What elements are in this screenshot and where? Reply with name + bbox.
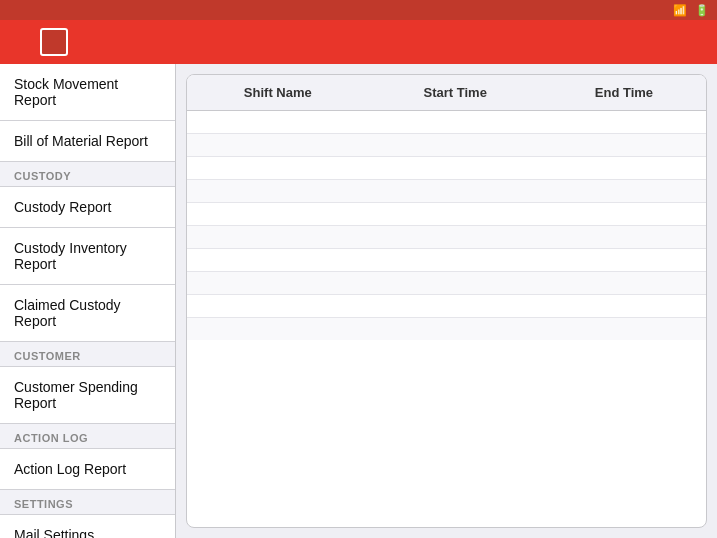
- sidebar-item-custody-inventory[interactable]: Custody Inventory Report: [0, 228, 175, 285]
- add-button[interactable]: [40, 28, 68, 56]
- sidebar-section-settings-header: SETTINGS: [0, 490, 175, 515]
- cell-end_time-7: [542, 272, 706, 295]
- cell-end_time-6: [542, 249, 706, 272]
- main-layout: Stock Movement ReportBill of Material Re…: [0, 64, 717, 538]
- col-header-start-time: Start Time: [369, 75, 542, 111]
- cell-start_time-0: [369, 111, 542, 134]
- cell-shift_name-5: [187, 226, 369, 249]
- sidebar-item-bill-of-material[interactable]: Bill of Material Report: [0, 121, 175, 162]
- col-header-shift-name: Shift Name: [187, 75, 369, 111]
- cell-shift_name-4: [187, 203, 369, 226]
- table-row[interactable]: [187, 157, 706, 180]
- cell-start_time-5: [369, 226, 542, 249]
- cell-end_time-2: [542, 157, 706, 180]
- cell-shift_name-2: [187, 157, 369, 180]
- cell-end_time-8: [542, 295, 706, 318]
- table-row[interactable]: [187, 111, 706, 134]
- status-bar: 📶 🔋: [0, 0, 717, 20]
- sidebar-item-stock-movement[interactable]: Stock Movement Report: [0, 64, 175, 121]
- sidebar-item-custody-report[interactable]: Custody Report: [0, 187, 175, 228]
- cell-shift_name-0: [187, 111, 369, 134]
- cell-start_time-9: [369, 318, 542, 341]
- wifi-icon: 📶: [673, 4, 687, 17]
- cell-start_time-1: [369, 134, 542, 157]
- table-body: [187, 111, 706, 341]
- shift-table-container: Shift NameStart TimeEnd Time: [186, 74, 707, 528]
- sidebar-item-mail-settings[interactable]: Mail Settings: [0, 515, 175, 538]
- cell-end_time-1: [542, 134, 706, 157]
- cell-start_time-6: [369, 249, 542, 272]
- shift-table: Shift NameStart TimeEnd Time: [187, 75, 706, 340]
- battery-icon: 🔋: [695, 4, 709, 17]
- cell-start_time-7: [369, 272, 542, 295]
- table-row[interactable]: [187, 272, 706, 295]
- col-header-end-time: End Time: [542, 75, 706, 111]
- table-row[interactable]: [187, 180, 706, 203]
- nav-bar: [0, 20, 717, 64]
- cell-start_time-3: [369, 180, 542, 203]
- sidebar-item-customer-spending[interactable]: Customer Spending Report: [0, 367, 175, 424]
- cell-start_time-8: [369, 295, 542, 318]
- sidebar-item-action-log[interactable]: Action Log Report: [0, 449, 175, 490]
- cell-shift_name-9: [187, 318, 369, 341]
- table-row[interactable]: [187, 226, 706, 249]
- sidebar-section-customer-header: CUSTOMER: [0, 342, 175, 367]
- cell-shift_name-3: [187, 180, 369, 203]
- sidebar-section-custody-header: CUSTODY: [0, 162, 175, 187]
- cell-shift_name-1: [187, 134, 369, 157]
- cell-end_time-4: [542, 203, 706, 226]
- cell-shift_name-8: [187, 295, 369, 318]
- sidebar-item-claimed-custody[interactable]: Claimed Custody Report: [0, 285, 175, 342]
- table-row[interactable]: [187, 134, 706, 157]
- cell-start_time-2: [369, 157, 542, 180]
- cell-end_time-9: [542, 318, 706, 341]
- cell-start_time-4: [369, 203, 542, 226]
- content-area: Shift NameStart TimeEnd Time: [176, 64, 717, 538]
- table-row[interactable]: [187, 203, 706, 226]
- table-header: Shift NameStart TimeEnd Time: [187, 75, 706, 111]
- table-row[interactable]: [187, 295, 706, 318]
- table-row[interactable]: [187, 318, 706, 341]
- sidebar: Stock Movement ReportBill of Material Re…: [0, 64, 176, 538]
- cell-end_time-3: [542, 180, 706, 203]
- table-header-row: Shift NameStart TimeEnd Time: [187, 75, 706, 111]
- sidebar-section-action-log-header: ACTION LOG: [0, 424, 175, 449]
- table-row[interactable]: [187, 249, 706, 272]
- cell-end_time-5: [542, 226, 706, 249]
- cell-end_time-0: [542, 111, 706, 134]
- cell-shift_name-6: [187, 249, 369, 272]
- cell-shift_name-7: [187, 272, 369, 295]
